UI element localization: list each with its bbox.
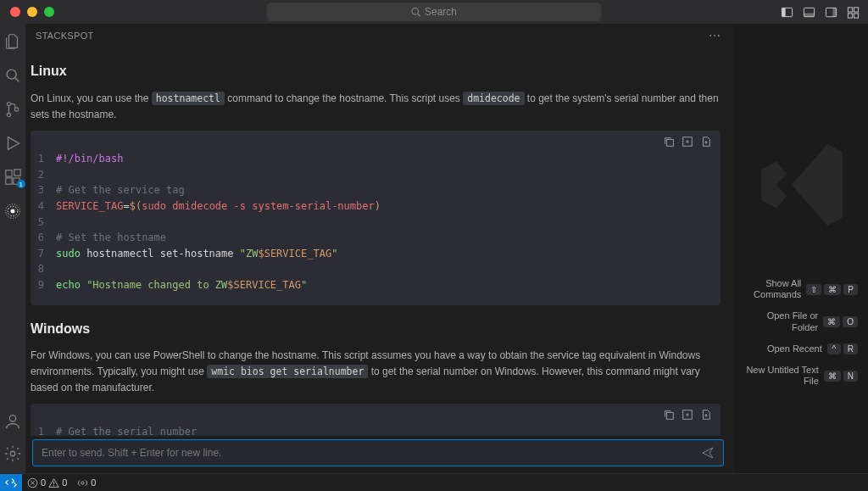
line-number: 4	[31, 198, 56, 215]
code-line: 6# Set the hostname	[31, 230, 394, 246]
stackspot-icon[interactable]	[3, 202, 22, 220]
new-file-code-icon[interactable]	[700, 136, 712, 148]
insert-code-icon[interactable]	[682, 409, 693, 421]
linux-intro: On Linux, you can use the hostnamectl co…	[31, 91, 721, 122]
inline-code: dmidecode	[463, 92, 524, 105]
more-actions-button[interactable]: ⋯	[709, 29, 722, 42]
chat-input[interactable]: Enter to send. Shift + Enter for new lin…	[32, 439, 724, 466]
line-number: 3	[31, 182, 56, 198]
title-bar: ← → Search	[0, 0, 868, 24]
svg-rect-9	[854, 7, 858, 11]
account-icon[interactable]	[3, 412, 22, 431]
status-bar: 0 0 0	[0, 473, 868, 491]
send-button[interactable]	[701, 446, 715, 460]
toggle-secondary-sidebar-icon[interactable]	[824, 5, 837, 19]
welcome-label: New Untitled Text File	[743, 365, 819, 387]
svg-rect-5	[804, 13, 814, 16]
code-content: SERVICE_TAG=$(sudo dmidecode -s system-s…	[56, 198, 394, 215]
chat-placeholder: Enter to send. Shift + Enter for new lin…	[42, 447, 701, 459]
line-number: 2	[31, 167, 56, 183]
panel-title: STACKSPOT	[36, 31, 94, 41]
maximize-window-button[interactable]	[44, 7, 54, 17]
inline-code: wmic bios get serialnumber	[207, 365, 368, 378]
settings-gear-icon[interactable]	[3, 444, 22, 463]
svg-rect-26	[666, 140, 673, 147]
copy-code-icon[interactable]	[663, 409, 675, 421]
assistant-response: Linux On Linux, you can use the hostname…	[25, 47, 734, 436]
svg-point-33	[81, 481, 84, 483]
svg-point-32	[53, 485, 54, 486]
svg-point-14	[7, 102, 10, 105]
svg-point-24	[9, 416, 15, 421]
explorer-icon[interactable]	[3, 32, 22, 51]
code-content	[56, 261, 394, 277]
vscode-watermark-icon	[751, 134, 853, 236]
windows-heading: Windows	[31, 319, 721, 340]
code-line: 9echo "Hostname changed to ZW$SERVICE_TA…	[31, 277, 394, 293]
welcome-label: Show All Commands	[743, 278, 801, 300]
line-number: 5	[31, 215, 56, 231]
inline-code: hostnamectl	[152, 92, 225, 105]
svg-point-12	[7, 70, 16, 79]
line-number: 1	[31, 424, 56, 436]
svg-point-25	[10, 451, 15, 456]
svg-rect-18	[6, 178, 12, 184]
line-number: 1	[31, 151, 56, 167]
stackspot-panel: STACKSPOT ⋯ Linux On Linux, you can use …	[25, 24, 734, 473]
extensions-icon[interactable]: 1	[3, 168, 22, 187]
welcome-shortcut[interactable]: Open Recent^R	[743, 343, 858, 354]
code-line: 4SERVICE_TAG=$(sudo dmidecode -s system-…	[31, 198, 394, 215]
keybinding: ⌘N	[824, 371, 858, 382]
extensions-badge: 1	[17, 180, 25, 188]
windows-intro: For Windows, you can use PowerShell to c…	[31, 348, 721, 395]
code-line: 1#!/bin/bash	[31, 151, 394, 167]
new-file-code-icon[interactable]	[700, 409, 712, 421]
line-number: 9	[31, 277, 56, 293]
svg-rect-11	[854, 13, 858, 17]
search-icon[interactable]	[3, 66, 22, 85]
code-line: 1# Get the serial number	[31, 424, 406, 436]
search-placeholder: Search	[425, 6, 457, 18]
code-line: 8	[31, 261, 394, 277]
code-content: # Set the hostname	[56, 230, 394, 246]
code-line: 5	[31, 215, 394, 231]
ports-status[interactable]: 0	[72, 477, 101, 488]
svg-point-0	[412, 8, 419, 15]
problems-status[interactable]: 0 0	[22, 477, 72, 488]
editor-placeholder: Show All Commands⇧⌘POpen File or Folder⌘…	[734, 24, 868, 473]
welcome-shortcut[interactable]: Show All Commands⇧⌘P	[743, 278, 858, 300]
svg-point-16	[14, 108, 18, 111]
remote-indicator[interactable]	[0, 474, 22, 491]
code-line: 7sudo hostnamectl set-hostname "ZW$SERVI…	[31, 246, 394, 262]
svg-point-21	[11, 209, 15, 214]
code-line: 3# Get the service tag	[31, 182, 394, 198]
welcome-label: Open File or Folder	[743, 310, 818, 332]
code-content	[56, 215, 394, 231]
toggle-panel-icon[interactable]	[802, 5, 815, 19]
copy-code-icon[interactable]	[663, 136, 675, 148]
minimize-window-button[interactable]	[27, 7, 37, 17]
code-content: # Get the serial number	[56, 424, 406, 436]
linux-heading: Linux	[31, 61, 721, 82]
svg-line-1	[418, 14, 420, 16]
source-control-icon[interactable]	[3, 100, 22, 119]
welcome-shortcut[interactable]: Open File or Folder⌘O	[743, 310, 858, 332]
close-window-button[interactable]	[10, 7, 20, 17]
windows-codeblock: 1# Get the serial number2$serialNumber =…	[31, 404, 721, 436]
activity-bar: 1	[0, 24, 25, 473]
svg-rect-17	[6, 170, 12, 176]
command-center-search[interactable]: Search	[267, 3, 602, 21]
code-content: #!/bin/bash	[56, 151, 394, 167]
debug-icon[interactable]	[3, 134, 22, 153]
toggle-primary-sidebar-icon[interactable]	[780, 5, 793, 19]
svg-rect-28	[666, 413, 673, 420]
svg-rect-3	[782, 8, 785, 16]
welcome-shortcut[interactable]: New Untitled Text File⌘N	[743, 365, 858, 387]
keybinding: ⌘O	[823, 316, 858, 327]
line-number: 7	[31, 246, 56, 262]
line-number: 6	[31, 230, 56, 246]
customize-layout-icon[interactable]	[846, 5, 860, 19]
insert-code-icon[interactable]	[682, 136, 693, 148]
welcome-label: Open Recent	[767, 343, 822, 354]
code-content	[56, 167, 394, 183]
